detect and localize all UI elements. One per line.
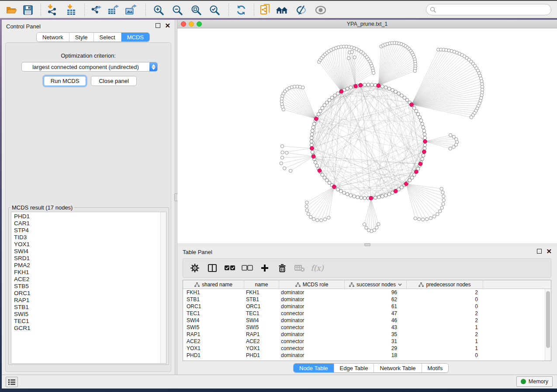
table-cell: 1 xyxy=(407,345,483,352)
memory-label: Memory xyxy=(529,378,548,385)
mcds-result-item[interactable]: PMA2 xyxy=(14,262,160,269)
main-toolbar xyxy=(0,0,557,18)
table-cell: 43 xyxy=(345,324,407,331)
table-row[interactable]: STB1STB1dominator620 xyxy=(183,296,545,303)
tab-network[interactable]: Network xyxy=(37,33,69,41)
mcds-result-item[interactable]: STB1 xyxy=(14,304,160,311)
birds-eye-view-icon[interactable] xyxy=(315,4,327,16)
mcds-result-item[interactable]: SRD1 xyxy=(14,255,160,262)
export-image-icon[interactable] xyxy=(125,4,137,16)
column-header-mcds-role[interactable]: MCDS role xyxy=(279,280,345,289)
tab-select[interactable]: Select xyxy=(94,33,121,41)
table-cell: 47 xyxy=(345,310,407,317)
open-file-icon[interactable] xyxy=(5,4,17,16)
close-panel-button[interactable]: Close panel xyxy=(91,76,137,86)
network-column-icon xyxy=(419,282,424,287)
refresh-layout-icon[interactable] xyxy=(235,4,247,16)
node-table-body: FKH1FKH1dominator962STB1STB1dominator620… xyxy=(183,289,545,361)
mcds-result-item[interactable]: STP4 xyxy=(14,227,160,234)
share-document-icon[interactable] xyxy=(259,4,271,16)
optimization-criterion-select[interactable]: largest connected component (undirected) xyxy=(21,62,158,72)
search-input[interactable] xyxy=(436,7,551,13)
tab-mcds[interactable]: MCDS xyxy=(121,33,149,41)
show-columns-icon[interactable] xyxy=(207,262,218,274)
run-mcds-button[interactable]: Run MCDS xyxy=(44,76,86,86)
table-row[interactable]: SWI4SWI4dominator462 xyxy=(183,317,545,324)
close-panel-icon[interactable]: ✕ xyxy=(546,249,552,254)
table-row[interactable]: ORC1ORC1dominator610 xyxy=(183,303,545,310)
mcds-result-item[interactable]: CAR1 xyxy=(14,220,160,227)
table-row[interactable]: PHD1PHD1dominator180 xyxy=(183,352,545,359)
zoom-in-icon[interactable] xyxy=(152,4,165,16)
tab-network-table[interactable]: Network Table xyxy=(374,364,422,372)
table-cell: RAP1 xyxy=(183,331,244,338)
zoom-out-icon[interactable] xyxy=(171,4,183,16)
memory-button[interactable]: Memory xyxy=(516,376,553,387)
tab-motifs[interactable]: Motifs xyxy=(422,364,449,372)
table-cell: connector xyxy=(279,338,345,345)
export-network-icon[interactable] xyxy=(90,4,102,16)
splitter-handle[interactable] xyxy=(364,243,370,246)
network-graph[interactable] xyxy=(177,28,557,243)
mcds-result-item[interactable]: YOX1 xyxy=(14,241,160,248)
mcds-result-item[interactable]: ACE2 xyxy=(14,276,160,283)
mcds-result-item[interactable]: RAP1 xyxy=(14,297,160,304)
table-row[interactable]: SWI5SWI5connector431 xyxy=(183,324,545,331)
mcds-result-item[interactable]: ORC1 xyxy=(14,290,160,297)
zoom-selected-icon[interactable] xyxy=(208,4,221,16)
mcds-result-item[interactable]: PHD1 xyxy=(14,213,160,220)
table-row[interactable]: FKH1FKH1dominator962 xyxy=(183,289,545,296)
mcds-tab-content: Optimization criterion: largest connecte… xyxy=(5,42,171,372)
mcds-result-item[interactable]: TEC1 xyxy=(14,318,160,325)
table-scrollbar[interactable] xyxy=(545,289,551,361)
add-column-icon[interactable] xyxy=(259,262,270,274)
save-session-icon[interactable] xyxy=(22,4,34,16)
column-header-predecessor-nodes[interactable]: predecessor nodes xyxy=(407,280,483,289)
column-header-successor-nodes[interactable]: successor nodes xyxy=(345,280,407,289)
close-panel-icon[interactable]: ✕ xyxy=(165,23,170,28)
task-history-button[interactable] xyxy=(6,377,18,387)
column-header-name[interactable]: name xyxy=(244,280,279,289)
toolbar-separator xyxy=(84,3,85,16)
hide-graphics-details-icon[interactable] xyxy=(295,4,308,16)
table-cell: TEC1 xyxy=(183,310,244,317)
mcds-result-item[interactable]: SWI4 xyxy=(14,248,160,255)
export-table-icon[interactable] xyxy=(107,4,120,16)
import-table-icon[interactable] xyxy=(66,4,78,16)
network-canvas[interactable] xyxy=(177,28,557,243)
import-network-icon[interactable] xyxy=(46,4,59,16)
table-row[interactable]: ACE2ACE2connector311 xyxy=(183,338,545,345)
mcds-result-item[interactable]: STB5 xyxy=(14,283,160,290)
tab-edge-table[interactable]: Edge Table xyxy=(334,364,374,372)
column-header-shared-name[interactable]: shared name xyxy=(183,280,244,289)
tab-style[interactable]: Style xyxy=(69,33,94,41)
table-row[interactable]: YOX1YOX1connector291 xyxy=(183,345,545,352)
table-cell: 35 xyxy=(345,331,407,338)
table-cell: PHD1 xyxy=(183,352,244,359)
table-cell: 0 xyxy=(407,296,483,303)
mcds-result-item[interactable]: GCR1 xyxy=(14,325,160,332)
settings-gear-icon[interactable] xyxy=(189,262,201,274)
memory-status-icon xyxy=(521,379,526,384)
home-networks-icon[interactable] xyxy=(276,4,288,16)
network-view-window: YPA_prune.txt_1 xyxy=(177,20,557,243)
mcds-result-item[interactable]: SWI5 xyxy=(14,311,160,318)
table-cell: YOX1 xyxy=(183,345,244,352)
horizontal-splitter[interactable] xyxy=(177,243,557,246)
zoom-fit-icon[interactable] xyxy=(190,4,202,16)
toolbar-separator xyxy=(228,3,229,16)
table-cell: STB1 xyxy=(183,296,244,303)
network-window-titlebar[interactable]: YPA_prune.txt_1 xyxy=(177,20,557,28)
mcds-list-scrollbar[interactable] xyxy=(160,212,166,363)
float-panel-icon[interactable] xyxy=(537,249,542,254)
select-all-icon[interactable] xyxy=(224,262,235,274)
mcds-result-item[interactable]: FKH1 xyxy=(14,269,160,276)
table-row[interactable]: RAP1RAP1dominator352 xyxy=(183,331,545,338)
table-row[interactable]: TEC1TEC1connector472 xyxy=(183,310,545,317)
deselect-all-icon[interactable] xyxy=(242,262,253,274)
table-scrollbar-thumb[interactable] xyxy=(546,291,550,348)
delete-column-icon[interactable] xyxy=(277,262,288,274)
mcds-result-item[interactable]: TID3 xyxy=(14,234,160,241)
float-panel-icon[interactable] xyxy=(156,23,160,28)
tab-node-table[interactable]: Node Table xyxy=(294,364,334,372)
